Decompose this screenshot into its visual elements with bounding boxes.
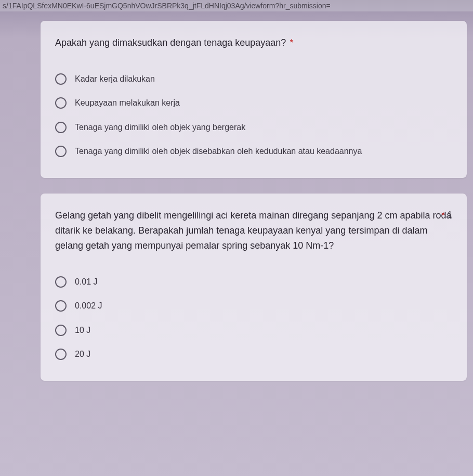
option-row[interactable]: Tenaga yang dimiliki oleh objek yang ber… xyxy=(55,115,452,139)
radio-icon[interactable] xyxy=(55,97,67,109)
question-card-1: Apakah yang dimaksudkan dengan tenaga ke… xyxy=(41,21,467,178)
option-label: 10 J xyxy=(75,325,90,336)
radio-icon[interactable] xyxy=(55,146,67,157)
option-row[interactable]: 0.002 J xyxy=(55,294,452,318)
option-row[interactable]: Tenaga yang dimiliki oleh objek disebabk… xyxy=(55,139,452,163)
required-star-icon: * xyxy=(441,208,445,223)
option-label: Tenaga yang dimiliki oleh objek yang ber… xyxy=(75,122,245,133)
option-label: 0.01 J xyxy=(75,276,98,288)
form-container: Apakah yang dimaksudkan dengan tenaga ke… xyxy=(0,21,473,381)
option-row[interactable]: 0.01 J xyxy=(55,270,452,294)
question-title: Apakah yang dimaksudkan dengan tenaga ke… xyxy=(55,35,452,50)
required-star-icon: * xyxy=(290,37,293,48)
question-card-2: Gelang getah yang dibelit mengelilingi a… xyxy=(41,194,467,381)
option-row[interactable]: 20 J xyxy=(55,342,452,366)
option-row[interactable]: Kadar kerja dilakukan xyxy=(55,67,452,91)
radio-icon[interactable] xyxy=(55,325,67,336)
radio-icon[interactable] xyxy=(55,73,67,85)
option-row[interactable]: Keupayaan melakukan kerja xyxy=(55,91,452,115)
option-label: Kadar kerja dilakukan xyxy=(75,73,155,85)
points-indicator: 1 xyxy=(448,208,452,222)
radio-icon[interactable] xyxy=(55,300,67,312)
option-label: Keupayaan melakukan kerja xyxy=(75,97,180,109)
radio-icon[interactable] xyxy=(55,349,67,360)
url-bar: s/1FAIpQLSfexMN0EKwI-6uESjmGQ5nhVOwJrSBR… xyxy=(0,0,473,11)
question-title: Gelang getah yang dibelit mengelilingi a… xyxy=(55,208,452,253)
radio-icon[interactable] xyxy=(55,122,67,133)
option-label: 0.002 J xyxy=(75,300,102,312)
radio-icon[interactable] xyxy=(55,276,67,288)
option-label: 20 J xyxy=(75,349,90,360)
question-text: Apakah yang dimaksudkan dengan tenaga ke… xyxy=(55,37,286,48)
question-text: Gelang getah yang dibelit mengelilingi a… xyxy=(55,210,452,251)
option-label: Tenaga yang dimiliki oleh objek disebabk… xyxy=(75,146,362,157)
option-row[interactable]: 10 J xyxy=(55,318,452,342)
